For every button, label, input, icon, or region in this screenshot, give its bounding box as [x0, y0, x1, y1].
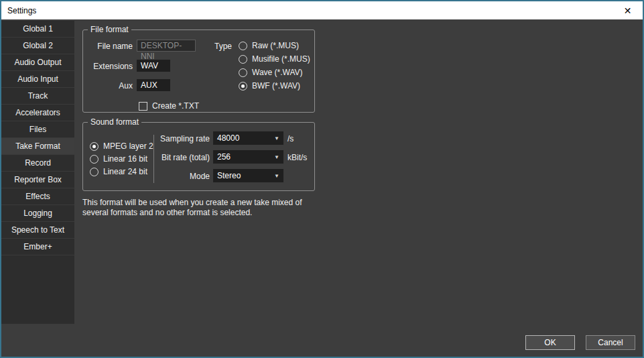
type-radio-musifile[interactable]: Musifile (*.MUS) — [239, 53, 310, 65]
bit-rate-dropdown[interactable]: 256 ▼ — [213, 150, 283, 164]
sampling-rate-value: 48000 — [217, 133, 274, 143]
sidebar-item-track[interactable]: Track — [1, 88, 74, 105]
sound-format-group-title: Sound format — [88, 117, 141, 127]
bit-rate-unit: kBit/s — [287, 152, 307, 164]
sidebar-item-files[interactable]: Files — [1, 121, 74, 138]
type-radio-raw[interactable]: Raw (*.MUS) — [239, 40, 299, 52]
sidebar-item-accelerators[interactable]: Accelerators — [1, 105, 74, 121]
sidebar-item-audio-input[interactable]: Audio Input — [1, 71, 74, 88]
chevron-down-icon: ▼ — [274, 154, 279, 160]
sampling-rate-dropdown[interactable]: 48000 ▼ — [213, 131, 283, 145]
type-radio-wave-label: Wave (*.WAV) — [252, 66, 303, 78]
sampling-rate-unit: /s — [287, 133, 294, 145]
create-txt-label: Create *.TXT — [152, 100, 199, 112]
type-radio-musifile-label: Musifile (*.MUS) — [252, 53, 310, 65]
type-radio-bwf[interactable]: BWF (*.WAV) — [239, 80, 300, 92]
sidebar-item-global-1[interactable]: Global 1 — [1, 21, 74, 38]
radio-icon — [90, 155, 99, 164]
file-name-field[interactable]: DESKTOP-NNI — [137, 40, 196, 52]
radio-icon — [239, 82, 247, 91]
checkbox-icon — [139, 102, 147, 111]
sidebar-item-logging[interactable]: Logging — [1, 205, 74, 222]
sound-format-group: Sound format MPEG layer 2 Linear 16 bit … — [82, 122, 315, 191]
titlebar: Settings ✕ — [1, 1, 643, 19]
format-description: This format will be used when you create… — [82, 198, 318, 218]
aux-field[interactable]: AUX — [137, 79, 170, 91]
bit-rate-value: 256 — [217, 152, 274, 162]
sidebar-item-ember[interactable]: Ember+ — [1, 239, 74, 255]
file-format-group-title: File format — [88, 25, 131, 34]
radio-icon — [239, 68, 247, 77]
close-icon[interactable]: ✕ — [613, 1, 643, 19]
type-radio-bwf-label: BWF (*.WAV) — [252, 80, 300, 92]
mode-value: Stereo — [217, 171, 274, 180]
mode-dropdown[interactable]: Stereo ▼ — [213, 169, 283, 182]
chevron-down-icon: ▼ — [274, 173, 279, 179]
cancel-button[interactable]: Cancel — [586, 335, 635, 350]
extensions-field[interactable]: WAV — [137, 60, 170, 72]
extensions-label: Extensions — [83, 60, 133, 72]
radio-icon — [90, 142, 99, 151]
sidebar-item-effects[interactable]: Effects — [1, 188, 74, 205]
sidebar: Global 1 Global 2 Audio Output Audio Inp… — [1, 21, 74, 324]
type-radio-wave[interactable]: Wave (*.WAV) — [239, 66, 303, 78]
mode-label: Mode — [123, 170, 210, 182]
settings-dialog: Settings ✕ Global 1 Global 2 Audio Outpu… — [0, 0, 644, 358]
radio-icon — [239, 42, 247, 50]
sampling-rate-label: Sampling rate — [123, 133, 210, 145]
sidebar-item-global-2[interactable]: Global 2 — [1, 38, 74, 54]
bit-rate-label: Bit rate (total) — [123, 152, 210, 164]
file-name-label: File name — [83, 40, 133, 52]
radio-icon — [90, 168, 99, 176]
sidebar-item-record[interactable]: Record — [1, 155, 74, 172]
file-format-group: File format File name DESKTOP-NNI Type R… — [82, 29, 315, 113]
type-radio-raw-label: Raw (*.MUS) — [252, 40, 299, 52]
chevron-down-icon: ▼ — [274, 135, 279, 141]
type-label: Type — [214, 40, 232, 52]
aux-label: Aux — [83, 80, 133, 92]
sidebar-item-reporter-box[interactable]: Reporter Box — [1, 172, 74, 188]
sidebar-item-speech-to-text[interactable]: Speech to Text — [1, 222, 74, 239]
dialog-content: Global 1 Global 2 Audio Output Audio Inp… — [1, 19, 643, 357]
sidebar-item-audio-output[interactable]: Audio Output — [1, 54, 74, 71]
sidebar-item-take-format[interactable]: Take Format — [1, 138, 74, 155]
radio-icon — [239, 55, 247, 64]
ok-button[interactable]: OK — [525, 335, 575, 350]
create-txt-checkbox[interactable]: Create *.TXT — [139, 101, 199, 111]
window-title: Settings — [1, 6, 36, 15]
